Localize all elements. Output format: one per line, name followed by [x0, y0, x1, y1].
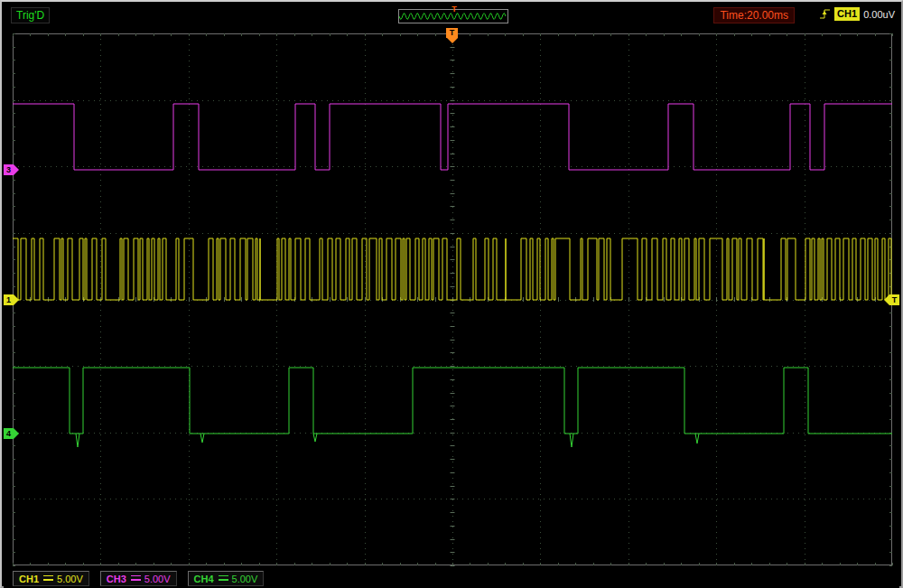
ch3-badge[interactable]: CH3 5.00V — [100, 571, 177, 586]
dc-coupling-icon — [218, 574, 229, 583]
ch1-badge[interactable]: CH1 5.00V — [13, 571, 89, 586]
scope-display[interactable] — [2, 2, 903, 588]
ch4-marker-arrow-icon — [14, 428, 19, 439]
trigger-position-label: T — [446, 28, 458, 38]
ch1-marker-label: 1 — [4, 294, 14, 305]
dc-coupling-icon — [42, 574, 54, 583]
ch4-badge-label: CH4 — [194, 574, 214, 584]
ch3-zero-marker[interactable]: 3 — [4, 164, 19, 175]
ch3-marker-label: 3 — [4, 164, 14, 175]
ch4-volts-per-div: 5.00V — [232, 574, 258, 584]
ch4-badge[interactable]: CH4 5.00V — [188, 571, 265, 586]
bottom-status-bar: CH1 5.00V CH3 5.00V CH4 5.00V — [4, 569, 899, 588]
ch4-marker-label: 4 — [4, 428, 14, 439]
ch3-volts-per-div: 5.00V — [144, 574, 171, 584]
ch1-volts-per-div: 5.00V — [57, 574, 83, 584]
ch3-marker-arrow-icon — [14, 164, 19, 175]
trigger-level-marker[interactable]: T — [884, 294, 899, 305]
trigger-level-label: T — [889, 294, 899, 305]
oscilloscope-window: Trig'D T Time:20.00ms CH1 0.00uV 3 1 4 T… — [0, 0, 903, 588]
ch3-badge-label: CH3 — [107, 574, 126, 584]
trigger-position-marker[interactable]: T — [446, 28, 458, 43]
trigger-position-arrow-icon — [447, 38, 458, 43]
ch1-marker-arrow-icon — [14, 294, 19, 305]
ch1-trace — [13, 238, 892, 300]
ch1-zero-marker[interactable]: 1 — [4, 294, 19, 305]
ch4-zero-marker[interactable]: 4 — [4, 428, 19, 439]
dc-coupling-icon — [130, 574, 142, 583]
ch1-badge-label: CH1 — [19, 574, 39, 584]
